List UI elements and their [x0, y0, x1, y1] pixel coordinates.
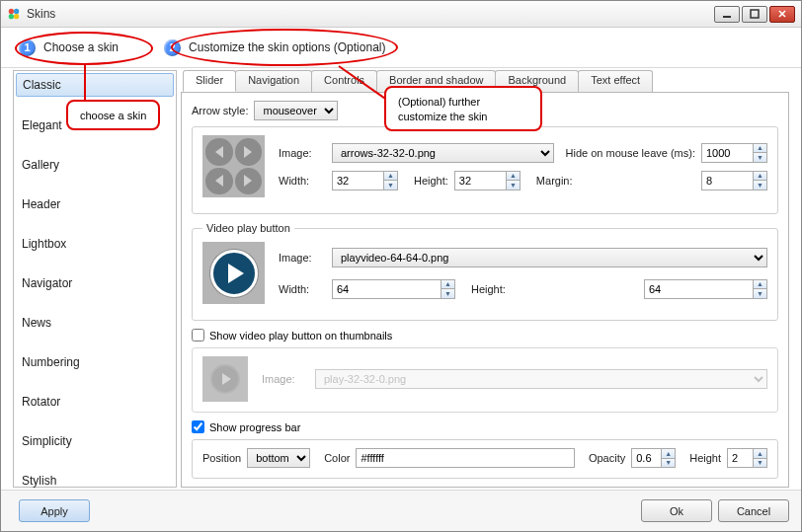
svg-point-2	[9, 14, 14, 19]
titlebar: Skins	[1, 1, 801, 28]
progress-opacity-label: Opacity	[589, 452, 625, 464]
window-title: Skins	[27, 7, 714, 21]
arrow-style-select[interactable]: mouseover	[254, 101, 338, 120]
arrows-width-spinner[interactable]: ▲▼	[332, 171, 398, 190]
step-1: 1 Choose a skin	[19, 39, 119, 56]
close-button[interactable]	[769, 6, 795, 23]
sidebar-item-simplicity[interactable]: Simplicity	[14, 428, 176, 454]
steps-row: 1 Choose a skin 2 Customize the skin opt…	[1, 28, 801, 67]
cancel-button[interactable]: Cancel	[718, 499, 789, 522]
thumb-video-image-label: Image:	[262, 373, 309, 385]
step-1-text: Choose a skin	[43, 40, 119, 54]
step-1-badge: 1	[19, 39, 36, 56]
progress-opacity-spinner[interactable]: ▲▼	[631, 448, 676, 468]
video-image-select[interactable]: playvideo-64-64-0.png	[332, 248, 767, 267]
video-height-label: Height:	[471, 283, 506, 295]
tab-border-and-shadow[interactable]: Border and shadow	[376, 70, 496, 92]
progress-height-label: Height	[689, 452, 721, 464]
arrows-margin-spinner[interactable]: ▲▼	[701, 171, 767, 190]
progress-color-label: Color	[324, 452, 350, 464]
tabs: SliderNavigationControlsBorder and shado…	[183, 70, 789, 92]
tab-background[interactable]: Background	[495, 70, 579, 92]
svg-point-0	[9, 9, 14, 14]
thumb-video-checkbox[interactable]: Show video play button on thumbnails	[192, 329, 392, 342]
progress-position-select[interactable]: bottom	[247, 448, 310, 468]
tab-slider[interactable]: Slider	[183, 70, 236, 92]
sidebar-item-navigator[interactable]: Navigator	[14, 270, 176, 296]
thumb-video-preview	[202, 356, 248, 402]
tab-controls[interactable]: Controls	[311, 70, 377, 92]
step-2-badge: 2	[164, 39, 181, 56]
sidebar-item-rotator[interactable]: Rotator	[14, 389, 176, 415]
tab-panel-slider: Arrow style: mouseover Image: arrows-32-…	[181, 92, 789, 488]
app-icon	[7, 7, 21, 21]
maximize-button[interactable]	[742, 6, 767, 23]
progress-position-label: Position	[202, 452, 241, 464]
ok-button[interactable]: Ok	[641, 499, 712, 522]
video-width-spinner[interactable]: ▲▼	[332, 279, 455, 299]
sidebar-item-news[interactable]: News	[14, 310, 176, 336]
arrows-width-label: Width:	[279, 175, 326, 187]
hide-on-leave-label: Hide on mouse leave (ms):	[566, 147, 695, 159]
arrows-preview	[202, 135, 265, 197]
sidebar-item-header[interactable]: Header	[14, 191, 176, 217]
arrows-height-spinner[interactable]: ▲▼	[454, 171, 521, 190]
video-play-legend: Video play button	[202, 222, 294, 234]
hide-on-leave-spinner[interactable]: ▲▼	[701, 143, 767, 163]
thumb-video-group: Image: play-32-32-0.png	[192, 347, 778, 413]
skin-list: ClassicElegantGalleryHeaderLightboxNavig…	[13, 70, 177, 488]
arrows-margin-label: Margin:	[536, 175, 573, 187]
svg-rect-5	[751, 10, 759, 18]
svg-point-3	[14, 14, 19, 19]
arrows-group: Image: arrows-32-32-0.png Hide on mouse …	[192, 126, 778, 214]
footer: Apply Ok Cancel	[1, 490, 801, 531]
progress-checkbox[interactable]: Show progress bar	[192, 420, 300, 433]
sidebar-item-gallery[interactable]: Gallery	[14, 152, 176, 178]
sidebar-item-elegant[interactable]: Elegant	[14, 113, 176, 138]
video-play-group: Video play button Image: playvideo-64-64…	[192, 222, 778, 321]
step-2-text: Customize the skin options (Optional)	[189, 40, 385, 54]
video-image-label: Image:	[279, 252, 326, 264]
step-2: 2 Customize the skin options (Optional)	[164, 39, 385, 56]
video-width-label: Width:	[279, 283, 326, 295]
thumb-video-image-select: play-32-32-0.png	[315, 369, 767, 389]
sidebar-item-classic[interactable]: Classic	[16, 73, 174, 97]
arrows-image-select[interactable]: arrows-32-32-0.png	[332, 143, 554, 163]
apply-button[interactable]: Apply	[19, 499, 90, 522]
arrow-style-label: Arrow style:	[192, 105, 248, 116]
tab-navigation[interactable]: Navigation	[235, 70, 312, 92]
sidebar-item-lightbox[interactable]: Lightbox	[14, 231, 176, 257]
svg-point-1	[14, 9, 19, 14]
progress-height-spinner[interactable]: ▲▼	[727, 448, 767, 468]
arrows-height-label: Height:	[414, 175, 448, 187]
svg-rect-4	[723, 16, 731, 18]
arrows-image-label: Image:	[279, 147, 326, 159]
progress-color-input[interactable]	[356, 448, 574, 468]
video-height-spinner[interactable]: ▲▼	[644, 279, 767, 299]
sidebar-item-numbering[interactable]: Numbering	[14, 349, 176, 375]
progress-group: Position bottom Color Opacity ▲▼ Height …	[192, 439, 778, 479]
minimize-button[interactable]	[714, 6, 740, 23]
video-play-preview	[202, 242, 265, 304]
sidebar-item-stylish[interactable]: Stylish	[14, 468, 176, 490]
tab-text-effect[interactable]: Text effect	[578, 70, 653, 92]
